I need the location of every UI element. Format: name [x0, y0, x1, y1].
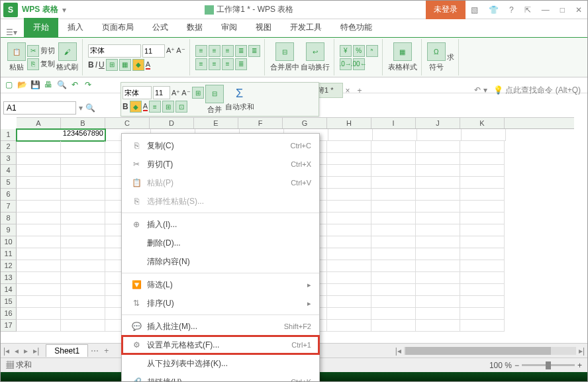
grid-cell[interactable] [460, 153, 505, 165]
column-header[interactable]: B [61, 118, 105, 128]
mini-dec-font-icon[interactable]: A⁻ [181, 89, 190, 97]
grid-cell[interactable] [371, 236, 416, 248]
grid-cell[interactable] [371, 224, 416, 236]
border-button[interactable]: ⊞ [106, 59, 118, 71]
ctx-paste[interactable]: 📋粘贴(P)Ctrl+V [122, 173, 319, 192]
percent-icon[interactable]: % [353, 45, 365, 57]
qat-redo-icon[interactable]: ↷ [83, 80, 93, 91]
fill-unfill-button[interactable]: ▦ [119, 59, 131, 71]
ctx-cut[interactable]: ✂剪切(T)Ctrl+X [122, 155, 319, 173]
grid-cell[interactable] [61, 284, 105, 296]
mini-border2-icon[interactable]: ⊞ [162, 101, 174, 113]
increase-font-icon[interactable]: A⁺ [166, 46, 175, 55]
tab-data[interactable]: 数据 [177, 18, 212, 37]
fill-color-button[interactable]: ◆ [132, 59, 144, 71]
tab-start[interactable]: 开始 [24, 18, 58, 37]
tab-nav-prev-icon[interactable]: ◂ [12, 346, 21, 356]
align-mid-icon[interactable]: ≡ [209, 45, 220, 57]
mini-bold[interactable]: B [122, 102, 128, 111]
ctx-hyperlink[interactable]: 🔗超链接(H)...Ctrl+K [122, 373, 319, 382]
mini-border-icon[interactable]: ⊞ [192, 87, 204, 99]
grid-cell[interactable] [416, 260, 460, 272]
name-box[interactable] [3, 101, 76, 115]
grid-cell[interactable] [460, 141, 505, 153]
row-header[interactable]: 4 [1, 165, 17, 177]
row-header[interactable]: 2 [1, 141, 17, 153]
column-header[interactable]: D [150, 118, 194, 128]
tab-dev[interactable]: 开发工具 [281, 18, 331, 37]
grid-cell[interactable] [416, 153, 460, 165]
grid-cell[interactable] [417, 129, 462, 141]
grid-cell[interactable] [371, 260, 416, 272]
mini-font-size[interactable] [153, 86, 170, 99]
column-header[interactable]: K [460, 118, 505, 128]
font-color-button[interactable]: A [146, 60, 150, 70]
align-left-icon[interactable]: ≡ [195, 58, 207, 70]
grid-cell[interactable] [371, 296, 416, 308]
row-header[interactable]: 14 [1, 284, 17, 296]
font-size-select[interactable] [142, 44, 165, 58]
tab-review[interactable]: 审阅 [212, 18, 246, 37]
tab-feature[interactable]: 特色功能 [331, 18, 381, 37]
minimize-icon[interactable]: — [536, 5, 555, 15]
grid-cell[interactable] [460, 213, 505, 224]
tab-insert[interactable]: 插入 [58, 18, 93, 37]
grid-cell[interactable] [61, 165, 105, 177]
grid-cell[interactable] [327, 272, 371, 284]
grid-cell[interactable] [327, 165, 371, 177]
column-header[interactable]: J [416, 118, 460, 128]
grid-cell[interactable] [416, 308, 460, 320]
comma-icon[interactable]: ⁿ [366, 45, 378, 57]
grid-cell[interactable] [327, 308, 371, 320]
row-header[interactable]: 16 [1, 308, 17, 320]
grid-cell[interactable] [371, 284, 416, 296]
grid-cell[interactable] [460, 236, 505, 248]
grid-cell[interactable] [371, 248, 416, 260]
grid-cell[interactable] [61, 236, 105, 248]
hscroll-right-icon[interactable]: ▸| [576, 346, 587, 356]
row-header[interactable]: 12 [1, 260, 17, 272]
mini-sigma-icon[interactable]: Σ [236, 87, 243, 101]
ctx-sort[interactable]: ⇅排序(U)▸ [122, 294, 319, 312]
grid-cell[interactable] [460, 189, 505, 201]
shirt-icon[interactable]: 👕 [483, 5, 504, 15]
ctx-insert[interactable]: ⊕插入(I)... [122, 215, 319, 234]
grid-cell[interactable] [61, 224, 105, 236]
grid-cell[interactable] [327, 296, 371, 308]
grid-cell[interactable] [327, 284, 371, 296]
grid-cell[interactable] [17, 248, 61, 260]
grid-cell[interactable] [460, 320, 505, 332]
grid-cell[interactable] [61, 320, 105, 332]
tab-layout[interactable]: 页面布局 [93, 18, 143, 37]
grid-cell[interactable] [17, 177, 61, 189]
column-header[interactable]: F [238, 118, 283, 128]
grid-cell[interactable] [17, 272, 61, 284]
grid-cell[interactable] [460, 284, 505, 296]
symbol-icon[interactable]: Ω [427, 42, 446, 61]
app-menu-dropdown[interactable]: ▾ [62, 5, 73, 15]
grid-cell[interactable] [327, 177, 371, 189]
undock-icon[interactable]: ⇱ [519, 5, 536, 15]
cut-icon[interactable]: ✂ [27, 45, 39, 57]
grid-cell[interactable]: 1234567890 [17, 129, 105, 141]
align-center-icon[interactable]: ≡ [209, 58, 220, 70]
grid-cell[interactable] [416, 284, 460, 296]
grid-cell[interactable] [460, 201, 505, 213]
grid-cell[interactable] [371, 308, 416, 320]
indent-left-icon[interactable]: ≣ [235, 45, 247, 57]
column-header[interactable]: I [371, 118, 416, 128]
grid-cell[interactable] [371, 153, 416, 165]
grid-cell[interactable] [327, 189, 371, 201]
grid-cell[interactable] [371, 165, 416, 177]
grid-cell[interactable] [61, 201, 105, 213]
grid-cell[interactable] [416, 320, 460, 332]
grid-cell[interactable] [17, 201, 61, 213]
grid-cell[interactable] [371, 189, 416, 201]
grid-cell[interactable] [327, 201, 371, 213]
row-header[interactable]: 1 [1, 129, 17, 141]
grid-cell[interactable] [17, 153, 61, 165]
qat-new-icon[interactable]: ▢ [3, 80, 14, 91]
align-top-icon[interactable]: ≡ [195, 45, 207, 57]
grid-cell[interactable] [371, 320, 416, 332]
row-header[interactable]: 5 [1, 177, 17, 189]
